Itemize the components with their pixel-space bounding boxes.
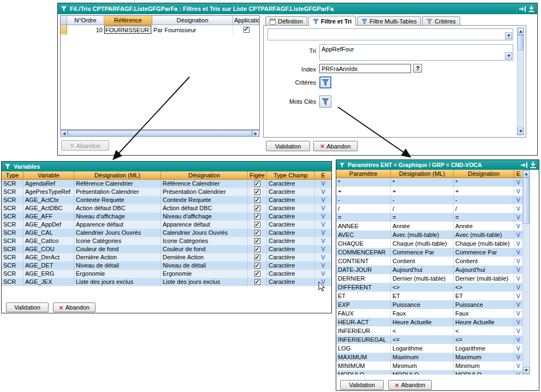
- validation-button[interactable]: Validation: [6, 302, 49, 312]
- figee-checkbox[interactable]: [254, 271, 260, 277]
- tab-filtre-et-tri[interactable]: Filtre et Tri: [308, 16, 356, 26]
- variables-row[interactable]: SCR AGE_ActDBC Action défaut DBC Action …: [2, 204, 331, 212]
- scroll-right-button[interactable]: [252, 130, 259, 136]
- criteres-filter-button[interactable]: [319, 76, 331, 88]
- dropdown-button[interactable]: [505, 52, 512, 60]
- abandon-button[interactable]: × Abandon: [388, 380, 432, 390]
- parametres-row[interactable]: - - - V: [336, 195, 522, 204]
- column-header-reference[interactable]: Référence: [104, 16, 152, 25]
- vscroll-thumb[interactable]: [523, 177, 530, 224]
- figee-checkbox[interactable]: [254, 263, 260, 269]
- variables-row[interactable]: SCR AGE_AppDef Apparence défaut Apparenc…: [2, 221, 331, 229]
- scroll-up-button[interactable]: [523, 170, 530, 177]
- collapse-down-icon[interactable]: [528, 5, 534, 12]
- variables-row[interactable]: SCR AGE_COU Couleur de fond Couleur de f…: [2, 245, 331, 253]
- titlebar-filtres[interactable]: Fil./Tris CPTPARFAGF.ListeGFGParFa : Fil…: [58, 3, 537, 14]
- hscroll-thumb[interactable]: [68, 130, 252, 136]
- column-header-designation-ml[interactable]: Désignation (ML): [391, 170, 454, 178]
- column-header-type[interactable]: Type: [2, 171, 23, 180]
- vertical-scrollbar[interactable]: [517, 27, 524, 135]
- figee-checkbox[interactable]: [254, 213, 260, 219]
- variables-row[interactable]: SCR AGE_JEX Liste des jours exclus Liste…: [2, 278, 331, 286]
- parametres-row[interactable]: CHAQUE Chaque (multi-table) Chaque (mult…: [336, 239, 522, 248]
- scroll-track[interactable]: [523, 224, 530, 367]
- dock-right-icon[interactable]: [520, 162, 527, 168]
- parametres-row[interactable]: FAUX Faux Faux V: [336, 309, 522, 318]
- figee-checkbox[interactable]: [254, 222, 260, 228]
- figee-checkbox[interactable]: [254, 246, 260, 252]
- figee-checkbox[interactable]: [254, 254, 260, 260]
- column-header-designation[interactable]: Désignation: [161, 171, 248, 180]
- tab-filtre-multi-tables[interactable]: Filtre Multi-Tables: [357, 16, 421, 26]
- figee-checkbox[interactable]: [254, 230, 260, 236]
- tab-definition[interactable]: Définition: [265, 16, 307, 26]
- scroll-left-button[interactable]: [61, 130, 68, 136]
- parametres-row[interactable]: DATE-JOUR Aujourd'hui Aujourd'hui V: [336, 265, 522, 274]
- validation-button[interactable]: Validation: [266, 141, 310, 151]
- help-button[interactable]: ?: [413, 64, 422, 73]
- parametres-row[interactable]: CONTIENT Contient Contient V: [336, 257, 522, 265]
- vertical-scrollbar[interactable]: [522, 170, 530, 375]
- validation-button[interactable]: Validation: [340, 380, 384, 390]
- parametres-row[interactable]: / / / V: [336, 204, 522, 213]
- column-header-designation[interactable]: Désignation: [454, 170, 514, 178]
- parametres-row[interactable]: + + + V: [336, 187, 522, 195]
- scroll-up-button[interactable]: [518, 28, 524, 35]
- column-header-parametre[interactable]: Paramètre: [336, 170, 391, 178]
- scroll-track[interactable]: [518, 50, 524, 128]
- figee-checkbox[interactable]: [254, 189, 260, 195]
- index-input[interactable]: [319, 64, 411, 73]
- figee-checkbox[interactable]: [254, 279, 260, 285]
- scroll-down-button[interactable]: [523, 367, 530, 374]
- parametres-row[interactable]: LOG Logarithme Logarithme V: [336, 344, 522, 353]
- tri-combo[interactable]: AppRefFour: [319, 44, 513, 61]
- scroll-down-button[interactable]: [518, 128, 524, 135]
- parametres-row[interactable]: MINIMUM Minimum Minimum V: [336, 361, 522, 370]
- parametres-row[interactable]: MODULO MODULO MODULO V: [336, 370, 522, 375]
- parametres-row[interactable]: DIFFERENT <> <> V: [336, 283, 522, 292]
- parametres-row[interactable]: HEUR-ACT Heure Actuelle Heure Actuelle V: [336, 318, 522, 326]
- variables-row[interactable]: SCR AGE_DerAct Dernière Action Dernière …: [2, 253, 331, 262]
- table-corner[interactable]: [61, 16, 67, 25]
- column-header-ordre[interactable]: N°Ordre: [67, 16, 104, 25]
- application-checkbox[interactable]: [243, 27, 249, 33]
- mots-cles-filter-button[interactable]: [319, 96, 331, 108]
- column-header-type-champ[interactable]: Type Champ: [267, 171, 315, 180]
- figee-checkbox[interactable]: [254, 238, 260, 244]
- column-header-e[interactable]: E: [514, 170, 522, 178]
- column-header-designation[interactable]: Désignation: [152, 16, 233, 25]
- variables-row[interactable]: SCR AGE_CatIco Icone Catégories Icone Ca…: [2, 237, 331, 245]
- parametres-row[interactable]: DERNIER Dernier (multi-table) Dernier (m…: [336, 274, 522, 283]
- column-header-designation-ml[interactable]: Désignation (ML): [74, 171, 161, 180]
- column-header-e[interactable]: E: [315, 171, 331, 180]
- variables-row[interactable]: SCR AgePresTypeRef Présentation Calendri…: [2, 188, 331, 196]
- filter-list-box[interactable]: [267, 28, 513, 40]
- filtres-table-row[interactable]: 10 Par Fournisseur: [61, 25, 259, 34]
- abandon-button[interactable]: × Abandon: [313, 141, 358, 151]
- column-header-variable[interactable]: Variable: [23, 171, 74, 180]
- tab-criteres[interactable]: Critères: [422, 16, 460, 26]
- vscroll-thumb[interactable]: [518, 35, 524, 50]
- parametres-row[interactable]: COMMENCEPAR Commence Par Commence Par V: [336, 248, 522, 257]
- variables-row[interactable]: SCR AGE_AFF Niveau d'affichage Niveau d'…: [2, 212, 331, 221]
- figee-checkbox[interactable]: [254, 197, 260, 203]
- parametres-row[interactable]: * * * V: [336, 178, 522, 187]
- titlebar-variables[interactable]: Variables: [2, 162, 331, 171]
- variables-row[interactable]: SCR AGE_DET Niveau de détail Niveau de d…: [2, 262, 331, 270]
- figee-checkbox[interactable]: [254, 205, 260, 211]
- dock-right-icon[interactable]: [519, 6, 526, 12]
- variables-row[interactable]: SCR AGE_ERG Ergonomie Ergonomie Caractèr…: [2, 270, 331, 278]
- reference-edit-input[interactable]: [104, 26, 151, 34]
- parametres-row[interactable]: EXP Puissance Puissance V: [336, 300, 522, 309]
- parametres-row[interactable]: AVEC Avec (multi-table) Avec (multi-tabl…: [336, 230, 522, 239]
- horizontal-scrollbar[interactable]: [60, 130, 260, 137]
- variables-row[interactable]: SCR AGE_ActCtx Contexte Requete Contexte…: [2, 196, 331, 204]
- parametres-row[interactable]: ANNEE Année Année V: [336, 222, 522, 230]
- variables-row[interactable]: SCR AGE_CAL Calendrier Jours Ouvrés Cale…: [2, 229, 331, 237]
- parametres-row[interactable]: = = = V: [336, 213, 522, 222]
- parametres-row[interactable]: INFERIEUREGAL <= <= V: [336, 335, 522, 344]
- dropdown-button[interactable]: [505, 32, 512, 39]
- parametres-row[interactable]: INFERIEUR < < V: [336, 326, 522, 335]
- titlebar-parametres[interactable]: Paramètres ENT = Graphique / GRP = CND-V…: [336, 160, 539, 170]
- abandon-button[interactable]: × Abandon: [53, 302, 96, 312]
